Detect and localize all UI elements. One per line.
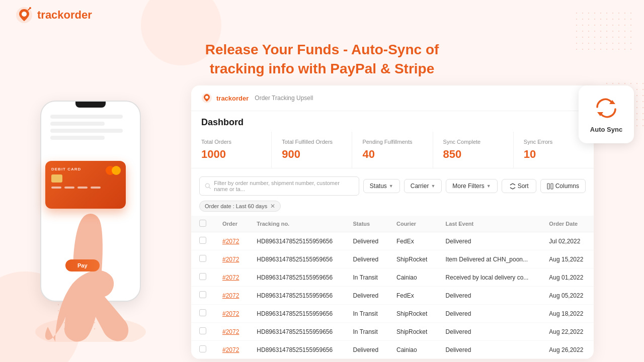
row-courier: ShipRocket [388,305,438,323]
filter-close-icon[interactable]: ✕ [270,203,275,210]
stat-sync-value: 850 [443,148,503,161]
table-row: #2072 HD89631478525155959656 In Transit … [191,268,594,287]
row-order: #2072 [214,250,249,268]
active-filter-tag[interactable]: Order date : Last 60 days ✕ [199,201,281,212]
table-row: #2072 HD89631478525155959656 In Transit … [191,305,594,323]
panel-header: trackorder Order Tracking Upsell [191,85,594,111]
row-last-event: Delivered [438,305,541,323]
row-order: #2072 [214,287,249,305]
hero-section: Release Your Funds - Auto-Sync of tracki… [0,30,644,78]
status-chevron-icon: ▼ [389,184,393,189]
stat-errors-value: 10 [524,148,584,161]
row-checkbox[interactable] [191,232,214,250]
table-row: #2072 HD89631478525155959656 Delivered S… [191,250,594,268]
row-courier: Cainiao [388,268,438,287]
row-status: Delivered [345,287,388,305]
row-courier: ShipRocket [388,323,438,341]
status-filter-button[interactable]: Status ▼ [363,179,400,193]
row-last-event: Delivered [438,287,541,305]
logo-icon [15,6,33,24]
top-navigation: trackorder [0,0,644,30]
stat-pending-label: Pending Fulfillments [362,139,422,145]
stat-fulfilled-value: 900 [282,148,342,161]
stat-total-orders-label: Total Orders [201,139,261,145]
sort-button[interactable]: Sort [502,179,536,193]
table-row: #2072 HD89631478525155959656 Delivered F… [191,232,594,250]
auto-sync-card[interactable]: Auto Sync [579,85,634,143]
row-checkbox[interactable] [191,341,214,359]
row-tracking: HD89631478525155959656 [249,305,345,323]
dashboard-panel: trackorder Order Tracking Upsell Dashbor… [191,85,594,359]
row-order-date: Jul 02,2022 [541,232,594,250]
card-number [51,187,120,189]
row-status: In Transit [345,305,388,323]
hand-illustration [25,201,156,342]
stat-sync-label: Sync Complete [443,139,503,145]
more-filters-button[interactable]: More Filters ▼ [446,179,497,193]
pay-button[interactable]: Pay [65,259,100,272]
sort-icon [509,183,516,190]
row-courier: Cainiao [388,341,438,359]
table-row: #2072 HD89631478525155959656 Delivered C… [191,341,594,359]
debit-card: DEBIT CARD [45,161,126,209]
row-order-date: Aug 15,2022 [541,250,594,268]
orders-table: Order Tracking no. Status Courier Last E… [191,216,594,359]
filter-tags: Order date : Last 60 days ✕ [191,201,594,216]
phone-illustration: DEBIT CARD Pay [25,101,156,342]
svg-line-7 [209,187,210,189]
row-last-event: Delivered [438,341,541,359]
select-all-checkbox[interactable] [199,220,206,227]
table-header: Order Tracking no. Status Courier Last E… [191,216,594,232]
search-box[interactable]: Filter by order number, shipment number,… [199,176,359,196]
row-checkbox[interactable] [191,250,214,268]
more-filters-chevron-icon: ▼ [487,184,491,189]
panel-logo-text: trackorder [216,95,249,102]
row-last-event: Delivered [438,232,541,250]
hero-title: Release Your Funds - Auto-Sync of tracki… [201,40,443,78]
row-checkbox[interactable] [191,268,214,287]
row-last-event: Delivered [438,323,541,341]
row-order-date: Aug 05,2022 [541,287,594,305]
header-order-date: Order Date [541,216,594,232]
sync-icon-container [594,96,619,121]
row-tracking: HD89631478525155959656 [249,268,345,287]
row-order-date: Aug 18,2022 [541,305,594,323]
stat-sync-complete: Sync Complete 850 [433,132,514,168]
sync-icon [594,96,618,120]
svg-point-1 [22,12,27,17]
columns-button[interactable]: Columns [540,179,586,193]
stat-errors-label: Sync Errors [524,139,584,145]
logo: trackorder [15,6,92,24]
row-last-event: Item Delivered at CHN_poon... [438,250,541,268]
stat-total-orders: Total Orders 1000 [191,132,272,168]
stat-fulfilled-label: Total Fulfilled Orders [282,139,342,145]
row-status: Delivered [345,250,388,268]
logo-text: trackorder [37,9,92,22]
row-courier: FedEx [388,287,438,305]
phone-notch [75,102,106,108]
table-row: #2072 HD89631478525155959656 Delivered F… [191,287,594,305]
header-checkbox[interactable] [191,216,214,232]
panel-subtitle: Order Tracking Upsell [255,95,313,102]
header-order: Order [214,216,249,232]
row-status: Delivered [345,341,388,359]
svg-point-5 [205,96,208,99]
row-checkbox[interactable] [191,305,214,323]
stat-fulfilled-orders: Total Fulfilled Orders 900 [272,132,352,168]
row-order-date: Aug 22,2022 [541,323,594,341]
chip-icon [51,174,62,183]
search-placeholder: Filter by order number, shipment number,… [214,180,353,192]
row-order-date: Aug 01,2022 [541,268,594,287]
row-checkbox[interactable] [191,287,214,305]
stat-pending-value: 40 [362,148,422,161]
row-checkbox[interactable] [191,323,214,341]
carrier-chevron-icon: ▼ [431,184,435,189]
mastercard-logo [106,166,121,175]
search-icon [205,183,211,190]
row-status: In Transit [345,268,388,287]
svg-point-2 [29,7,31,9]
auto-sync-label: Auto Sync [590,126,622,133]
carrier-filter-button[interactable]: Carrier ▼ [404,179,442,193]
row-tracking: HD89631478525155959656 [249,341,345,359]
columns-icon [547,183,553,190]
